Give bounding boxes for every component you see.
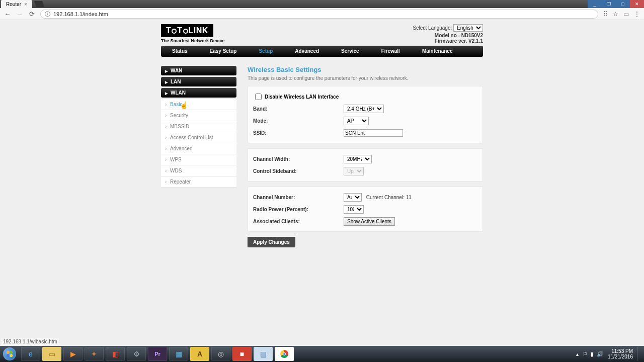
sidebar-item-advanced[interactable]: Advanced <box>161 143 236 154</box>
translate-icon[interactable]: ⠿ <box>603 11 608 18</box>
address-bar[interactable]: i 192.168.1.1/index.htm <box>40 10 598 19</box>
disable-wlan-checkbox[interactable] <box>255 94 262 100</box>
channel-width-select[interactable]: 20MHZ <box>344 155 372 163</box>
nav-item-setup[interactable]: Setup <box>248 46 284 57</box>
channel-number-select[interactable]: Auto <box>344 193 362 202</box>
associated-clients-label: Associated Clients: <box>253 219 344 224</box>
language-select[interactable]: English <box>453 24 483 32</box>
status-bar-url: 192.168.1.1/wlbasic.htm <box>1 338 59 345</box>
taskbar-media-icon[interactable]: ▶ <box>63 347 83 361</box>
tray-chevron-icon[interactable]: ▴ <box>576 351 579 357</box>
ssid-input[interactable] <box>344 129 403 137</box>
channel-width-label: Channel Width: <box>253 156 344 162</box>
sidebar-section-wlan[interactable]: WLAN <box>161 88 236 98</box>
taskbar-app-icon[interactable]: ■ <box>232 347 252 361</box>
sidebar-item-wps[interactable]: WPS <box>161 154 236 165</box>
url-text: 192.168.1.1/index.htm <box>53 11 108 17</box>
taskbar-app-icon[interactable]: ◧ <box>106 347 125 361</box>
channel-number-label: Channel Number: <box>253 195 344 200</box>
window-close-button[interactable]: ✕ <box>630 0 644 8</box>
taskbar: e ▭ ▶ ✦ ◧ ⚙ Pr ▦ A ◎ ■ ▤ ▴ ⚐ ▮ 🔊 11:53 P… <box>0 346 644 362</box>
tray-network-icon[interactable]: ▮ <box>591 351 594 357</box>
page-desc: This page is used to configure the param… <box>248 75 483 81</box>
sidebar-item-basic[interactable]: Basic☝ <box>161 99 236 110</box>
cursor-icon: ☝ <box>180 101 188 109</box>
extension-icon[interactable]: ▭ <box>623 11 629 18</box>
nav-item-service[interactable]: Service <box>330 46 370 57</box>
sidebar-item-access-control-list[interactable]: Access Control List <box>161 132 236 143</box>
taskbar-app-icon[interactable]: ⚙ <box>127 347 146 361</box>
sidebar-item-mbssid[interactable]: MBSSID <box>161 121 236 132</box>
band-label: Band: <box>253 106 344 112</box>
sidebar: WANLANWLANBasic☝SecurityMBSSIDAccess Con… <box>161 66 236 247</box>
nav-item-advanced[interactable]: Advanced <box>284 46 330 57</box>
show-active-clients-button[interactable]: Show Active Clients <box>344 217 395 226</box>
taskbar-app-icon[interactable]: ✦ <box>85 347 104 361</box>
nav-item-easy-setup[interactable]: Easy Setup <box>199 46 248 57</box>
sidebar-section-lan[interactable]: LAN <box>161 77 236 86</box>
taskbar-notepad-icon[interactable]: ▤ <box>254 347 273 361</box>
lang-label: Select Language: <box>413 25 452 31</box>
close-tab-icon[interactable]: × <box>24 2 27 7</box>
forward-button[interactable]: → <box>16 11 23 18</box>
mode-select[interactable]: AP <box>344 117 369 125</box>
band-select[interactable]: 2.4 GHz (B+G+N) <box>344 105 384 113</box>
tray-flag-icon[interactable]: ⚐ <box>583 351 588 357</box>
current-channel-label: Current Channel: 11 <box>366 195 412 200</box>
main-nav: StatusEasy SetupSetupAdvancedServiceFire… <box>161 46 483 57</box>
browser-tab[interactable]: Router × <box>1 0 32 8</box>
nav-item-maintenance[interactable]: Maintenance <box>411 46 464 57</box>
slogan: The Smartest Network Device <box>161 38 225 43</box>
restore-button[interactable]: ❐ <box>602 0 616 8</box>
tray-volume-icon[interactable]: 🔊 <box>597 351 604 357</box>
nav-item-status[interactable]: Status <box>161 46 199 57</box>
taskbar-app-icon[interactable]: A <box>190 347 209 361</box>
maximize-button[interactable]: □ <box>616 0 630 8</box>
system-clock[interactable]: 11:53 PM 11/21/2016 <box>608 348 633 359</box>
show-desktop-button[interactable] <box>637 347 641 361</box>
nav-item-firewall[interactable]: Firewall <box>370 46 411 57</box>
radio-power-label: Radio Power (Percent): <box>253 207 344 212</box>
radio-power-select[interactable]: 100% <box>344 205 364 214</box>
bookmark-icon[interactable]: ☆ <box>613 11 618 18</box>
menu-icon[interactable]: ⋮ <box>634 11 640 18</box>
minimize-button[interactable]: _ <box>588 0 602 8</box>
ssid-label: SSID: <box>253 130 344 136</box>
sidebar-section-wan[interactable]: WAN <box>161 66 236 75</box>
start-button[interactable] <box>0 346 19 362</box>
control-sideband-label: Control Sideband: <box>253 168 344 174</box>
reload-button[interactable]: ⟳ <box>28 11 35 18</box>
tab-label: Router <box>6 2 21 7</box>
back-button[interactable]: ← <box>4 11 11 18</box>
apply-changes-button[interactable]: Apply Changes <box>248 237 295 247</box>
control-sideband-select: Upper <box>344 167 364 175</box>
taskbar-app-icon[interactable]: ▦ <box>169 347 188 361</box>
logo: TT LINK The Smartest Network Device <box>161 24 225 43</box>
firmware-label: Firmware ver. V2.1.1 <box>413 38 483 44</box>
sidebar-item-repeater[interactable]: Repeater <box>161 176 236 188</box>
taskbar-explorer-icon[interactable]: ▭ <box>42 347 61 361</box>
mode-label: Mode: <box>253 118 344 124</box>
disable-wlan-label: Disable Wireless LAN Interface <box>265 94 339 100</box>
info-icon: i <box>45 11 50 17</box>
sidebar-item-security[interactable]: Security <box>161 110 236 121</box>
taskbar-app-icon[interactable]: ◎ <box>211 347 230 361</box>
taskbar-ie-icon[interactable]: e <box>21 347 40 361</box>
taskbar-premiere-icon[interactable]: Pr <box>148 347 167 361</box>
taskbar-chrome-icon[interactable] <box>275 347 294 361</box>
page-title: Wireless Basic Settings <box>248 66 483 73</box>
model-label: Model no - ND150V2 <box>413 33 483 38</box>
new-tab-button[interactable] <box>34 1 44 7</box>
sidebar-item-wds[interactable]: WDS <box>161 165 236 176</box>
